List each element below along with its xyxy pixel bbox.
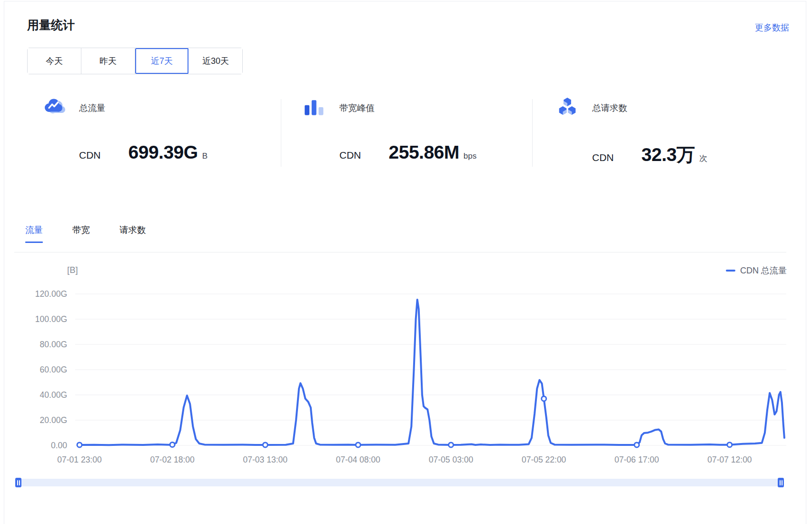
y-axis-label: 60.00G [40, 365, 67, 374]
stat-card-peak-bandwidth: 带宽峰值CDN255.86Mbps [303, 97, 508, 120]
data-point-marker [263, 443, 267, 447]
stat-unit: 次 [699, 153, 707, 164]
x-axis-label: 07-05 22:00 [522, 455, 566, 464]
stat-unit: B [202, 151, 208, 161]
stat-unit: bps [464, 151, 476, 161]
y-axis-label: 40.00G [40, 390, 67, 400]
x-axis-label: 07-03 13:00 [243, 455, 288, 464]
cloud-traffic-icon [43, 97, 66, 120]
datazoom-slider [16, 479, 783, 486]
bandwidth-bars-icon [303, 97, 326, 120]
x-axis-label: 07-05 03:00 [429, 455, 474, 464]
datazoom-left-handle[interactable] [15, 478, 21, 487]
stat-product: CDN [79, 150, 101, 161]
chart-metric-tabs: 流量带宽请求数 [25, 224, 176, 253]
range-tab-7days[interactable]: 近7天 [135, 48, 189, 74]
data-point-marker [356, 443, 360, 447]
data-point-marker [170, 442, 175, 447]
stat-value: 255.86M [389, 142, 459, 163]
y-axis-label: 20.00G [40, 415, 67, 425]
chart-tab-traffic[interactable]: 流量 [25, 224, 43, 253]
range-tab-today[interactable]: 今天 [28, 48, 81, 74]
x-axis-label: 07-07 12:00 [707, 455, 752, 464]
time-range-tabs: 今天昨天近7天近30天 [27, 48, 243, 74]
data-point-marker [77, 443, 82, 447]
traffic-line-series [79, 300, 784, 445]
stat-value: 32.3万 [642, 142, 695, 168]
stat-divider [532, 99, 533, 167]
stat-value: 699.39G [129, 142, 198, 163]
data-point-marker [727, 443, 732, 447]
tabs-divider [14, 252, 786, 252]
more-data-link[interactable]: 更多数据 [755, 22, 789, 33]
data-point-marker [542, 396, 546, 401]
stat-product: CDN [339, 150, 361, 161]
y-axis-label: 100.00G [35, 314, 67, 324]
chart-tab-requests[interactable]: 请求数 [119, 224, 146, 253]
x-axis-label: 07-04 08:00 [336, 455, 381, 464]
data-point-marker [449, 443, 454, 447]
stat-label: 总流量 [79, 102, 106, 114]
page-title: 用量统计 [27, 17, 75, 33]
y-axis-label: 120.00G [35, 289, 67, 299]
stat-label: 总请求数 [592, 102, 627, 114]
range-tab-yesterday[interactable]: 昨天 [81, 48, 135, 74]
x-axis-label: 07-02 18:00 [150, 455, 195, 464]
stat-product: CDN [592, 152, 614, 163]
stat-card-total-traffic: 总流量CDN699.39GB [43, 97, 248, 120]
usage-stats-panel: 用量统计 更多数据 今天昨天近7天近30天 总流量CDN699.39GB带宽峰值… [0, 0, 812, 524]
stat-label: 带宽峰值 [339, 102, 375, 114]
y-axis-label: 80.00G [40, 340, 67, 349]
chart-tab-bandwidth[interactable]: 带宽 [72, 224, 90, 253]
stat-divider [281, 99, 281, 167]
data-point-marker [634, 443, 639, 447]
x-axis-label: 07-01 23:00 [57, 455, 102, 464]
datazoom-track[interactable] [16, 479, 783, 486]
requests-cubes-icon [556, 97, 579, 120]
stat-card-total-requests: 总请求数CDN32.3万次 [556, 97, 761, 120]
datazoom-right-handle[interactable] [778, 478, 784, 487]
y-axis-label: 0.00 [51, 441, 67, 450]
usage-line-chart: 120.00G100.00G80.00G60.00G40.00G20.00G0.… [0, 257, 812, 472]
x-axis-label: 07-06 17:00 [614, 455, 659, 464]
range-tab-30days[interactable]: 近30天 [189, 48, 242, 74]
